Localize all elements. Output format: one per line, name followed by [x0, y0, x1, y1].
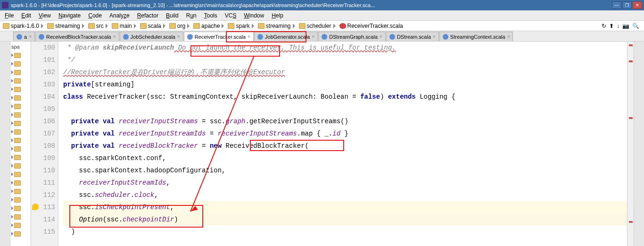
breadcrumb-item[interactable]: streaming [46, 23, 87, 29]
menu-view[interactable]: View [36, 11, 54, 20]
minimize-button[interactable]: — [612, 1, 621, 9]
chevron-right-icon [187, 24, 190, 28]
editor-tab[interactable]: a× [13, 32, 35, 41]
main-area: spa 100101102103104105106107108109110111… [0, 42, 644, 246]
breadcrumb-item[interactable]: apache [192, 23, 227, 29]
tab-close-icon[interactable]: × [312, 34, 314, 39]
menu-window[interactable]: Window [241, 11, 267, 20]
title-bar: spark-1.6.0 - [H:\IdeaProjects\spark-1.6… [0, 0, 644, 10]
folder-icon [3, 23, 9, 29]
up-icon[interactable]: ⬆ [609, 23, 614, 29]
editor-tab[interactable]: DStreamGraph.scala× [318, 32, 386, 41]
breadcrumb-item[interactable]: spark-1.6.0 [2, 23, 46, 29]
tab-label: DStream.scala [397, 34, 431, 40]
line-number: 102 [31, 66, 55, 78]
tab-label: StreamingContext.scala [450, 34, 505, 40]
chevron-right-icon [293, 24, 295, 28]
menu-edit[interactable]: Edit [18, 11, 34, 20]
chevron-right-icon [222, 24, 224, 28]
menu-help[interactable]: Help [269, 11, 286, 20]
folder-icon [258, 23, 264, 29]
chevron-right-icon [163, 24, 165, 28]
tab-close-icon[interactable]: × [113, 34, 116, 39]
tab-close-icon[interactable]: × [177, 34, 180, 39]
tab-close-icon[interactable]: × [507, 34, 510, 39]
tab-label: ReceiverTracker.scala [195, 34, 246, 40]
line-number: 110 [31, 164, 55, 177]
chevron-right-icon [252, 24, 254, 28]
chevron-right-icon [41, 24, 43, 28]
menu-vcs[interactable]: VCS [222, 11, 239, 20]
inspect-icon[interactable]: 🔍 [632, 23, 639, 29]
down-icon[interactable]: ↓ [617, 23, 619, 29]
maximize-button[interactable]: ❐ [622, 1, 632, 9]
line-number: 109 [31, 152, 55, 164]
menu-bar: File Edit View Navigate Code Analyze Ref… [0, 10, 644, 21]
editor-tab[interactable]: StreamingContext.scala× [439, 32, 513, 41]
scala-file-icon [39, 34, 44, 40]
breadcrumb-item[interactable]: spark [227, 23, 256, 29]
editor-tab[interactable]: JobScheduler.scala× [120, 32, 183, 41]
breadcrumb-label: src [96, 23, 104, 29]
breadcrumb-label: streaming [55, 23, 80, 29]
tab-close-icon[interactable]: × [433, 34, 436, 39]
camera-icon[interactable]: 📷 [622, 23, 629, 29]
tab-label: ReceivedBlockTracker.scala [46, 34, 111, 40]
menu-analyze[interactable]: Analyze [107, 11, 132, 20]
error-stripe[interactable] [627, 42, 634, 246]
line-number: 105 [31, 103, 55, 115]
tab-close-icon[interactable]: × [248, 34, 250, 39]
breadcrumb-label: scala [148, 23, 161, 29]
menu-build[interactable]: Build [163, 11, 182, 20]
breadcrumb-item[interactable]: src [87, 23, 111, 29]
menu-file[interactable]: File [2, 11, 17, 20]
folder-icon [47, 23, 54, 29]
tab-label: JobGenerator.scala [265, 34, 310, 40]
line-number: 114 [31, 213, 55, 226]
line-number: 112 [31, 189, 55, 201]
editor-tab[interactable]: ReceiverTracker.scala× [184, 32, 254, 41]
menu-code[interactable]: Code [85, 11, 105, 20]
right-tool-bar[interactable] [634, 42, 644, 246]
breadcrumb-item[interactable]: org [168, 23, 192, 29]
editor-tab[interactable]: ReceivedBlockTracker.scala× [35, 32, 119, 41]
folder-icon [88, 23, 95, 29]
close-button[interactable]: ✕ [633, 1, 642, 9]
folder-icon [112, 23, 118, 29]
tab-close-icon[interactable]: × [29, 34, 32, 39]
left-tool-bar[interactable] [0, 42, 10, 246]
breadcrumb-item[interactable]: scheduler [298, 23, 339, 29]
tab-label: a [24, 34, 27, 40]
breadcrumb-item[interactable]: main [111, 23, 139, 29]
project-tree[interactable]: spa [10, 42, 31, 246]
breadcrumb-item[interactable]: scala [139, 23, 168, 29]
editor-tab[interactable]: DStream.scala× [386, 32, 439, 41]
menu-run[interactable]: Run [183, 11, 199, 20]
breadcrumb-label: streaming [266, 23, 291, 29]
project-root-label: spa [11, 44, 20, 50]
sync-icon[interactable]: ↻ [602, 23, 606, 29]
folder-icon [169, 23, 176, 29]
line-number: 115 [31, 226, 55, 238]
menu-refactor[interactable]: Refactor [134, 11, 161, 20]
folder-icon [193, 23, 200, 29]
scala-file-icon [17, 34, 22, 40]
folder-icon [228, 23, 234, 29]
breadcrumb-item[interactable]: ReceiverTracker.scala [339, 23, 406, 29]
menu-navigate[interactable]: Navigate [56, 11, 83, 20]
tab-label: DStreamGraph.scala [329, 34, 378, 40]
tab-close-icon[interactable]: × [380, 34, 382, 39]
menu-tools[interactable]: Tools [201, 11, 220, 20]
code-editor[interactable]: * @param skipReceiverLaunch Do not launc… [58, 42, 627, 246]
breadcrumb-label: spark [236, 23, 249, 29]
editor-tabs: a×ReceivedBlockTracker.scala×JobSchedule… [0, 31, 644, 42]
line-number: 113 [31, 201, 55, 213]
editor-tab[interactable]: JobGenerator.scala× [254, 32, 318, 41]
breadcrumb-label: main [120, 23, 132, 29]
breadcrumb-bar: spark-1.6.0streamingsrcmainscalaorgapach… [0, 21, 644, 31]
breadcrumb-item[interactable]: streaming [257, 23, 298, 29]
intention-bulb-icon[interactable] [32, 204, 39, 210]
line-number: 101 [31, 54, 55, 66]
scala-file-icon [389, 34, 395, 40]
window-title: spark-1.6.0 - [H:\IdeaProjects\spark-1.6… [11, 2, 612, 8]
